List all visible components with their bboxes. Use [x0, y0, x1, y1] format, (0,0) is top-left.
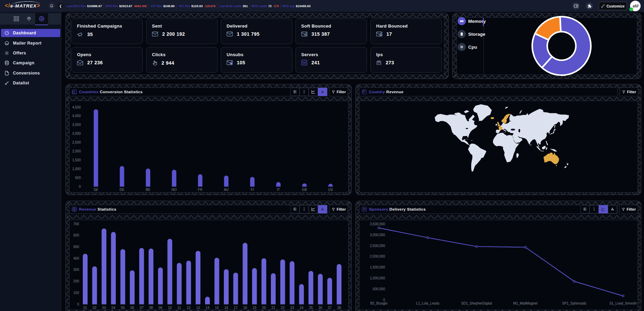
svg-text:21: 21	[271, 306, 275, 310]
svg-text:01: 01	[83, 306, 87, 310]
svg-text:500: 500	[75, 176, 81, 180]
svg-text:AU: AU	[224, 188, 229, 192]
svg-text:20: 20	[262, 306, 266, 310]
svg-text:19: 19	[252, 306, 257, 310]
svg-text:1,000: 1,000	[72, 167, 81, 171]
svg-text:04: 04	[111, 306, 116, 310]
svg-text:10: 10	[168, 306, 172, 310]
svg-text:2,500: 2,500	[72, 141, 81, 144]
svg-text:3,500,000: 3,500,000	[370, 222, 385, 226]
svg-text:GB: GB	[302, 188, 307, 192]
svg-text:2,000,000: 2,000,000	[370, 255, 385, 258]
svg-text:11: 11	[178, 306, 181, 310]
svg-text:1,500,000: 1,500,000	[370, 265, 385, 269]
svg-text:IT: IT	[277, 188, 280, 192]
svg-text:3,000: 3,000	[72, 132, 81, 135]
svg-text:700: 700	[73, 222, 79, 226]
svg-text:0: 0	[383, 298, 385, 302]
svg-text:DE: DE	[120, 188, 124, 192]
svg-text:600: 600	[73, 233, 79, 237]
svg-text:22: 22	[281, 306, 285, 310]
svg-text:08: 08	[149, 306, 153, 310]
svg-text:B2_Bizaglo: B2_Bizaglo	[370, 301, 388, 305]
svg-text:28: 28	[337, 306, 341, 310]
svg-text:12: 12	[187, 306, 191, 310]
svg-text:L1_Lola_Leads: L1_Lola_Leads	[416, 301, 439, 305]
svg-text:23: 23	[290, 306, 294, 310]
svg-text:200: 200	[73, 279, 79, 283]
svg-text:4,500: 4,500	[72, 105, 81, 109]
svg-text:16: 16	[224, 306, 228, 310]
svg-text:2,000: 2,000	[72, 149, 81, 153]
svg-text:1,500: 1,500	[72, 158, 81, 162]
svg-text:500,000: 500,000	[373, 287, 385, 291]
svg-text:SP1_Sphinxads: SP1_Sphinxads	[562, 301, 586, 305]
svg-text:09: 09	[158, 306, 163, 310]
svg-text:400: 400	[73, 257, 79, 260]
svg-text:03: 03	[102, 306, 106, 310]
svg-text:07: 07	[140, 306, 144, 310]
svg-text:1,000,000: 1,000,000	[370, 276, 385, 280]
svg-text:FR: FR	[198, 188, 202, 192]
svg-text:05: 05	[121, 306, 125, 310]
svg-text:M1_MailMagnet: M1_MailMagnet	[513, 301, 537, 305]
svg-text:BE: BE	[146, 188, 151, 192]
svg-text:S1_Load_Smooth: S1_Load_Smooth	[609, 301, 637, 305]
svg-text:0: 0	[77, 302, 79, 306]
svg-text:4,000: 4,000	[72, 114, 81, 118]
svg-text:500: 500	[73, 245, 79, 249]
svg-text:SD1_ShepherDigital: SD1_ShepherDigital	[461, 301, 492, 305]
svg-text:FI: FI	[251, 188, 254, 192]
svg-text:17: 17	[234, 306, 238, 310]
svg-text:14: 14	[205, 306, 210, 310]
svg-text:0: 0	[79, 185, 81, 189]
svg-text:3,500: 3,500	[72, 123, 81, 127]
svg-text:06: 06	[130, 306, 134, 310]
svg-text:25: 25	[309, 306, 313, 310]
svg-text:27: 27	[328, 306, 332, 310]
svg-text:26: 26	[318, 306, 322, 310]
svg-text:13: 13	[196, 306, 200, 310]
svg-text:300: 300	[73, 268, 79, 272]
svg-text:2,500,000: 2,500,000	[370, 244, 385, 248]
svg-text:24: 24	[300, 306, 304, 310]
svg-text:3,000,000: 3,000,000	[370, 233, 385, 237]
svg-text:18: 18	[243, 306, 247, 310]
svg-text:02: 02	[93, 306, 97, 310]
svg-text:100: 100	[73, 291, 79, 295]
svg-text:US: US	[328, 188, 333, 192]
svg-text:NO: NO	[172, 188, 177, 192]
svg-text:SE: SE	[94, 188, 98, 192]
svg-text:15: 15	[215, 306, 219, 310]
